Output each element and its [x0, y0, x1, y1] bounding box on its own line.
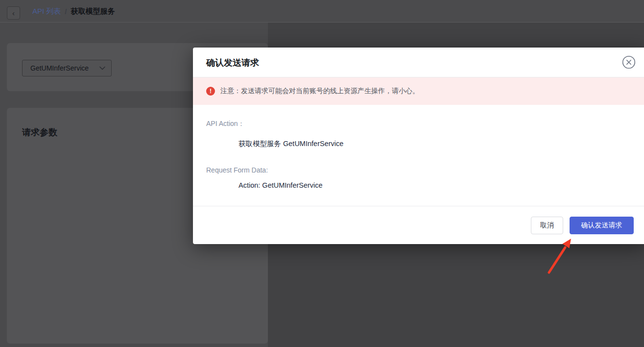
request-params-title: 请求参数 — [22, 126, 57, 138]
api-select-dropdown[interactable]: GetUMInferService — [22, 60, 112, 76]
page-header: ‹ API 列表 / 获取模型服务 — [0, 0, 644, 23]
api-action-label: API Action： — [206, 120, 633, 128]
close-button[interactable] — [622, 55, 636, 69]
breadcrumb: API 列表 / 获取模型服务 — [32, 0, 115, 23]
form-data-label: Request Form Data: — [206, 166, 633, 174]
warning-text: 注意：发送请求可能会对当前账号的线上资源产生操作，请小心。 — [220, 87, 419, 96]
close-circle-icon — [622, 55, 636, 69]
warning-icon: ! — [206, 87, 215, 96]
warning-banner: ! 注意：发送请求可能会对当前账号的线上资源产生操作，请小心。 — [193, 77, 644, 105]
chevron-down-icon — [99, 66, 105, 70]
back-button[interactable]: ‹ — [7, 6, 20, 20]
modal-body: API Action： 获取模型服务 GetUMInferService Req… — [193, 105, 644, 189]
api-action-value: 获取模型服务 GetUMInferService — [239, 139, 633, 149]
modal-header: 确认发送请求 — [193, 48, 644, 77]
api-explorer-page: ‹ API 列表 / 获取模型服务 GetUMInferService 请求参数… — [0, 0, 644, 347]
api-select-value: GetUMInferService — [30, 64, 89, 72]
confirm-modal: 确认发送请求 ! 注意：发送请求可能会对当前账号的线上资源产生操作，请小心。 A… — [193, 48, 644, 244]
breadcrumb-link-api-list[interactable]: API 列表 — [32, 7, 61, 16]
breadcrumb-separator: / — [65, 7, 67, 16]
breadcrumb-current: 获取模型服务 — [71, 7, 115, 16]
form-data-value: Action: GetUMInferService — [239, 181, 633, 189]
modal-title: 确认发送请求 — [206, 57, 259, 69]
confirm-button[interactable]: 确认发送请求 — [570, 217, 634, 234]
chevron-left-icon: ‹ — [12, 9, 15, 17]
cancel-button[interactable]: 取消 — [531, 217, 563, 234]
modal-footer: 取消 确认发送请求 — [193, 206, 644, 244]
